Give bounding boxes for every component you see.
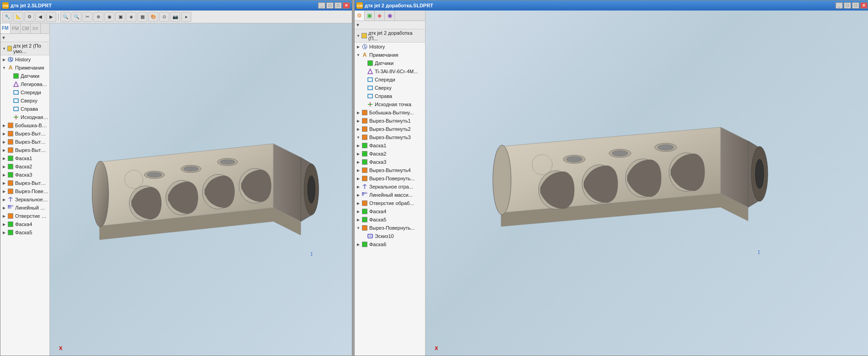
toolbar-btn-10[interactable]: ◉ <box>104 12 114 22</box>
right-item-material[interactable]: Ti-3Al-8V-6Cr-4M... <box>355 67 425 76</box>
right-expand-history: ▶ <box>356 44 361 49</box>
left-item-revolve1[interactable]: ▶ Вырез-Повер... <box>0 187 49 195</box>
left-item-cut3[interactable]: ▶ Вырез-Вытяну... <box>0 146 49 154</box>
left-item-cut2[interactable]: ▶ Вырез-Вытяну... <box>0 138 49 146</box>
right-tab-feature[interactable]: ⚙ <box>355 11 365 21</box>
toolbar-btn-14[interactable]: 🎨 <box>148 12 158 22</box>
right-item-history[interactable]: ▶ History <box>355 43 425 51</box>
left-maximize-btn[interactable]: □ <box>334 2 342 9</box>
left-toolbar: 🔧 📐 ⚙ ◀ ▶ 🔍 🔍 ✂ ⊕ ◉ ▣ ◈ ▦ 🎨 ⊙ 📷 ▸ <box>0 11 352 23</box>
right-item-fillet2[interactable]: ▶ Фаска2 <box>355 150 425 158</box>
right-close-btn[interactable]: ✕ <box>860 2 868 9</box>
left-item-material[interactable]: Легированная... <box>0 80 49 88</box>
left-item-sensors[interactable]: Датчики <box>0 72 49 80</box>
right-item-cut3[interactable]: ▼ Вырез-Вытянуть3 <box>355 133 425 141</box>
left-item-history[interactable]: ▶ History <box>0 55 49 64</box>
right-item-fillet5[interactable]: ▶ Фаска5 <box>355 216 425 224</box>
toolbar-btn-8[interactable]: ✂ <box>82 12 92 22</box>
right-label-material: Ti-3Al-8V-6Cr-4M... <box>375 69 418 74</box>
toolbar-btn-13[interactable]: ▦ <box>137 12 147 22</box>
right-item-fillet4[interactable]: ▶ Фаска4 <box>355 207 425 216</box>
toolbar-btn-3[interactable]: ⚙ <box>24 12 34 22</box>
toolbar-btn-17[interactable]: ▸ <box>181 12 191 22</box>
right-item-mirror1[interactable]: ▶ Зеркальное отра... <box>355 183 425 191</box>
toolbar-btn-11[interactable]: ▣ <box>115 12 125 22</box>
right-tab-extra[interactable]: ◉ <box>385 11 395 21</box>
right-viewport[interactable]: ↕ X <box>426 11 868 356</box>
right-item-front[interactable]: Спереди <box>355 76 425 84</box>
toolbar-btn-9[interactable]: ⊕ <box>93 12 103 22</box>
left-restore-btn[interactable]: □ <box>326 2 334 9</box>
toolbar-btn-6[interactable]: 🔍 <box>60 12 70 22</box>
left-item-mirror1[interactable]: ▶ Зеркальное о... <box>0 195 49 204</box>
toolbar-btn-7[interactable]: 🔍 <box>71 12 81 22</box>
toolbar-btn-2[interactable]: 📐 <box>13 12 23 22</box>
toolbar-btn-16[interactable]: 📷 <box>170 12 180 22</box>
svg-rect-37 <box>362 192 364 194</box>
svg-point-47 <box>566 156 582 162</box>
left-item-fillet1[interactable]: ▶ Фаска1 <box>0 154 49 162</box>
left-item-right-plane[interactable]: Справа <box>0 105 49 113</box>
left-item-front[interactable]: Спереди <box>0 88 49 97</box>
left-item-fillet2[interactable]: ▶ Фаска2 <box>0 162 49 171</box>
toolbar-sep-1 <box>58 13 59 21</box>
left-tree-root[interactable]: ▼ дтк jet 2 (По умо... <box>0 42 49 55</box>
right-item-revolve2[interactable]: ▼ Вырез-Повернуть... <box>355 224 425 232</box>
right-item-hole1[interactable]: ▶ Отверстие обраб... <box>355 199 425 207</box>
right-item-notes[interactable]: ▼ A Примечания <box>355 51 425 59</box>
right-window: SW дтк jet 2 доработка.SLDPRT _ □ □ ✕ ⚙ … <box>354 0 868 356</box>
left-item-fillet5[interactable]: ▶ Фаска5 <box>0 228 49 237</box>
left-viewport[interactable]: ↕ X <box>50 23 352 356</box>
right-item-fillet1[interactable]: ▶ Фаска1 <box>355 141 425 150</box>
svg-rect-39 <box>366 192 367 194</box>
right-item-cut4[interactable]: ▶ Вырез-Вытянуть4 <box>355 166 425 174</box>
right-item-cut2[interactable]: ▶ Вырез-Вытянуть2 <box>355 125 425 133</box>
toolbar-btn-4[interactable]: ◀ <box>35 12 45 22</box>
toolbar-btn-5[interactable]: ▶ <box>46 12 56 22</box>
right-item-origin[interactable]: Исходная точка <box>355 100 425 108</box>
right-item-fillet6[interactable]: ▶ Фаска6 <box>355 240 425 248</box>
right-item-sketch10[interactable]: Эскиз10 <box>355 232 425 240</box>
right-tree-root[interactable]: ▼ дтк jet 2 доработка (П... <box>355 29 425 43</box>
left-item-notes[interactable]: ▼ A Примечания <box>0 64 49 72</box>
right-restore-btn[interactable]: □ <box>844 2 851 9</box>
right-item-top[interactable]: Сверху <box>355 84 425 92</box>
right-tab-config[interactable]: ◈ <box>375 11 385 21</box>
left-icon-fillet5 <box>7 229 14 236</box>
left-expand-top <box>7 98 12 103</box>
left-close-btn[interactable]: ✕ <box>343 2 350 9</box>
toolbar-btn-12[interactable]: ◈ <box>126 12 136 22</box>
right-maximize-btn[interactable]: □ <box>852 2 859 9</box>
right-item-revolve1[interactable]: ▶ Вырез-Повернуть... <box>355 174 425 183</box>
left-tab-property[interactable]: PM <box>11 23 21 33</box>
left-item-pattern1[interactable]: ▶ Линейный ма... <box>0 204 49 212</box>
left-minimize-btn[interactable]: _ <box>318 2 325 9</box>
right-minimize-btn[interactable]: _ <box>836 2 843 9</box>
left-expand-pattern1: ▶ <box>1 205 7 210</box>
right-icon-material <box>367 68 374 75</box>
right-label-fillet2: Фаска2 <box>369 151 386 156</box>
left-item-fillet3[interactable]: ▶ Фаска3 <box>0 171 49 179</box>
right-item-cut1[interactable]: ▶ Вырез-Вытянуть1 <box>355 117 425 125</box>
left-item-origin[interactable]: Исходная точ... <box>0 113 49 121</box>
right-item-fillet3[interactable]: ▶ Фаска3 <box>355 158 425 166</box>
left-item-fillet4[interactable]: ▶ Фаска4 <box>0 220 49 228</box>
right-item-right-plane[interactable]: Справа <box>355 92 425 100</box>
toolbar-btn-1[interactable]: 🔧 <box>2 12 12 22</box>
toolbar-btn-15[interactable]: ⊙ <box>159 12 169 22</box>
left-item-cut4[interactable]: ▶ Вырез-Вытяну... <box>0 179 49 187</box>
left-tab-config[interactable]: CM <box>21 23 31 33</box>
left-item-hole1[interactable]: ▶ Отверстие обр... <box>0 212 49 220</box>
right-tab-property[interactable]: ▣ <box>365 11 375 21</box>
right-label-mirror1: Зеркальное отра... <box>369 184 413 189</box>
right-item-boss1[interactable]: ▶ Бобышка-Вытяну... <box>355 108 425 117</box>
left-label-fillet2: Фаска2 <box>15 164 32 169</box>
left-tab-feature[interactable]: FM <box>0 23 11 33</box>
left-tab-dxf[interactable]: DX <box>31 23 41 33</box>
left-item-cut1[interactable]: ▶ Вырез-Вытяну... <box>0 129 49 138</box>
right-item-sensors[interactable]: Датчики <box>355 59 425 67</box>
right-item-pattern1[interactable]: ▶ Линейный масси... <box>355 191 425 199</box>
left-item-boss1[interactable]: ▶ Бобышка-Вы... <box>0 121 49 129</box>
left-item-top[interactable]: Сверху <box>0 97 49 105</box>
svg-point-20 <box>220 160 235 164</box>
